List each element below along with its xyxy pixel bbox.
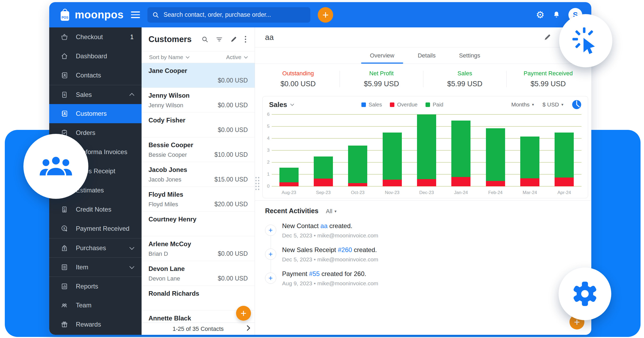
bar-segment-overdue-Nov-23 [383, 180, 402, 186]
people-group-icon [39, 155, 73, 178]
customer-row[interactable]: Bessie Cooper Bessie Cooper$10.00 USD [142, 137, 255, 162]
activity-plus-node[interactable]: + [265, 273, 276, 284]
bar-segment-paid-Aug-23 [279, 168, 299, 182]
sidebar-item-credit-notes[interactable]: C Credit Notes [49, 200, 142, 219]
pagination-footer: 1-25 of 35 Contacts [142, 323, 255, 335]
customer-row[interactable]: Devon Lane Devon Lane$0.00 USD [142, 261, 255, 286]
activity-meta: Dec 5, 2023 • mike@mooninvoice.com [282, 256, 378, 263]
bar-group-Dec-23 [417, 114, 436, 186]
legend-swatch [390, 102, 394, 107]
period-dropdown[interactable]: Months▾ [511, 101, 534, 108]
activity-link[interactable]: #55 [309, 270, 320, 277]
chart-grid: 0123456 [272, 114, 581, 186]
sidebar-item-team[interactable]: Team [49, 296, 142, 315]
bar-segment-overdue-Apr-24 [555, 178, 574, 186]
bar-group-Aug-23 [279, 114, 299, 186]
stats-row: Outstanding $0.00 USD Net Profit $5.99 U… [255, 64, 591, 94]
customer-row[interactable]: Cody Fisher $0.00 USD [142, 113, 255, 137]
customer-row[interactable]: Jenny Wilson Jenny Wilson$0.00 USD [142, 88, 255, 113]
click-cursor-icon [572, 27, 600, 55]
checkout-count-badge: 1 [130, 34, 134, 41]
search-input[interactable] [163, 11, 306, 19]
people-circle-decoration [23, 134, 88, 199]
brand-name: moonpos [75, 9, 123, 21]
x-tick-label: Feb-24 [478, 190, 513, 195]
sidebar-item-reports[interactable]: Reports [49, 277, 142, 296]
chart-xlabels: Aug-23Sep-23Oct-23Nov-23Dec-23Jan-24Feb-… [272, 190, 581, 195]
status-filter-dropdown[interactable]: Active [226, 54, 247, 60]
pagination-label: 1-25 of 35 Contacts [172, 325, 224, 332]
bar-group-Apr-24 [555, 114, 574, 186]
notifications-bell-icon[interactable] [552, 11, 560, 19]
sidebar-item-customers[interactable]: Customers [49, 104, 142, 123]
next-page-chevron-icon[interactable] [245, 325, 250, 331]
stat-outstanding: Outstanding $0.00 USD [257, 70, 340, 88]
payment-dollar-circle-icon: $ [60, 225, 69, 233]
sidebar-item-purchases[interactable]: $ Purchases [49, 238, 142, 257]
customer-row[interactable]: Courtney Henry [142, 212, 255, 236]
currency-dropdown[interactable]: $ USD▾ [543, 101, 563, 108]
gift-icon [60, 320, 69, 328]
edit-pencil-icon[interactable] [230, 36, 237, 43]
tab-overview[interactable]: Overview [370, 47, 394, 64]
customer-row[interactable]: Jacob Jones Jacob Jones$15.00 USD [142, 162, 255, 187]
sidebar-item-contacts[interactable]: Contacts [49, 66, 142, 85]
sidebar-item-rewards[interactable]: Rewards [49, 315, 142, 334]
chevron-down-icon [244, 55, 248, 58]
bar-segment-paid-Oct-23 [348, 146, 367, 183]
activity-item: + New Contact aa created. Dec 5, 2023 • … [265, 222, 591, 239]
sidebar-item-sales[interactable]: $ Sales [49, 85, 142, 104]
pie-chart-toggle-icon[interactable] [572, 100, 581, 109]
legend-paid: Paid [426, 102, 443, 108]
y-tick-label: 5 [264, 124, 270, 129]
filter-icon[interactable] [216, 36, 223, 43]
x-tick-label: Sep-23 [306, 190, 340, 195]
activity-item: + New Sales Receipt #260 created. Dec 5,… [265, 246, 591, 263]
bar-chart-icon [60, 282, 69, 290]
customer-row[interactable]: Arlene McCoy Brian D$0.00 USD [142, 236, 255, 261]
kebab-menu-icon[interactable] [244, 35, 247, 43]
sidebar-item-dashboard[interactable]: Dashboard [49, 47, 142, 66]
list-box-icon [60, 263, 69, 271]
activity-link[interactable]: #260 [338, 246, 352, 253]
x-tick-label: Apr-24 [547, 190, 581, 195]
x-tick-label: Oct-23 [341, 190, 375, 195]
topbar: POS moonpos + ⚙ S [49, 2, 591, 27]
tab-settings[interactable]: Settings [459, 47, 480, 64]
bar-group-Nov-23 [383, 114, 402, 186]
y-tick-label: 6 [264, 112, 270, 117]
bar-group-Feb-24 [486, 114, 505, 186]
activity-plus-node[interactable]: + [265, 225, 276, 236]
sidebar-item-checkout[interactable]: Checkout 1 [49, 27, 142, 47]
sidebar-item-item[interactable]: Item [49, 257, 142, 277]
add-customer-fab[interactable]: + [236, 306, 251, 321]
svg-text:$: $ [64, 93, 65, 96]
customer-name-title: aa [265, 33, 543, 42]
edit-pencil-icon[interactable] [543, 33, 551, 41]
basket-icon [60, 33, 69, 41]
sidebar-item-payment-received[interactable]: $ Payment Received [49, 219, 142, 238]
sort-dropdown[interactable]: Sort by Name [149, 54, 189, 60]
y-tick-label: 1 [264, 172, 270, 177]
chart-bars [272, 114, 581, 186]
activities-timeline: + New Contact aa created. Dec 5, 2023 • … [265, 222, 591, 287]
shopping-bag-dollar-icon: $ [60, 244, 69, 252]
customer-row[interactable]: Floyd Miles Floyd Miles$20.00 USD [142, 187, 255, 212]
brand-logo[interactable]: POS moonpos [59, 8, 123, 22]
quick-add-button[interactable]: + [318, 7, 333, 23]
chart-type-dropdown[interactable]: Sales [269, 101, 294, 109]
activity-plus-node[interactable]: + [265, 249, 276, 260]
hamburger-menu-icon[interactable] [131, 11, 140, 18]
bar-segment-overdue-Aug-23 [279, 182, 299, 186]
activities-filter-dropdown[interactable]: All▾ [326, 208, 337, 215]
tab-details[interactable]: Details [418, 47, 436, 64]
search-icon[interactable] [201, 36, 209, 43]
x-tick-label: Jan-24 [444, 190, 478, 195]
settings-gear-icon[interactable]: ⚙ [536, 10, 544, 20]
activity-link[interactable]: aa [320, 222, 328, 229]
chart-header: Sales Sales Overdue Paid Months▾ $ USD▾ [263, 96, 588, 113]
x-tick-label: Aug-23 [272, 190, 306, 195]
customer-row[interactable]: Jane Cooper $0.00 USD [142, 63, 255, 88]
customer-row[interactable]: Ronald Richards [142, 286, 255, 311]
stat-net-profit: Net Profit $5.99 USD [340, 70, 423, 88]
